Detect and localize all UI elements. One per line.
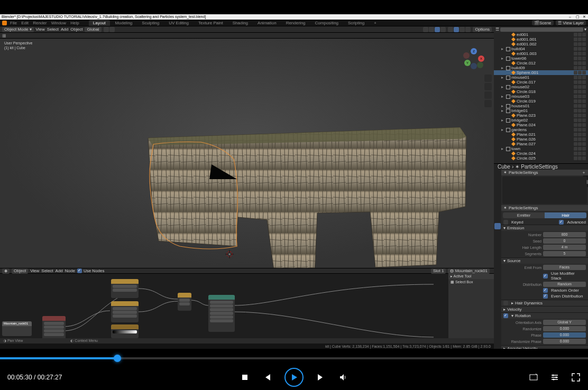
gizmo-y[interactable]: Y: [464, 60, 471, 66]
proptab-scene-icon[interactable]: [494, 193, 501, 200]
visibility-toggle-icon[interactable]: [582, 66, 586, 70]
velocity-title[interactable]: ▸ Velocity: [501, 307, 588, 312]
visibility-toggle-icon[interactable]: [582, 71, 586, 75]
visibility-toggle-icon[interactable]: [578, 80, 582, 84]
visibility-toggle-icon[interactable]: [582, 142, 586, 146]
visibility-toggle-icon[interactable]: [578, 142, 582, 146]
visibility-toggle-icon[interactable]: [582, 38, 586, 41]
visibility-toggle-icon[interactable]: [582, 90, 586, 94]
visibility-toggle-icon[interactable]: [574, 90, 577, 94]
outliner-row[interactable]: ▸mixuse03: [494, 94, 588, 99]
node-image-b[interactable]: [111, 301, 139, 322]
visibility-toggle-icon[interactable]: [574, 104, 577, 108]
3d-viewport[interactable]: User Perspective (1) kit | Cube: [0, 39, 494, 268]
stop-button[interactable]: [240, 373, 250, 382]
visibility-toggle-icon[interactable]: [582, 133, 586, 136]
visibility-toggle-icon[interactable]: [582, 147, 586, 151]
visibility-toggle-icon[interactable]: [578, 71, 582, 75]
datablock-object[interactable]: Cube: [498, 164, 510, 170]
outliner-row[interactable]: Plane.023: [494, 113, 588, 118]
xray-icon[interactable]: [440, 27, 446, 32]
visibility-toggle-icon[interactable]: [578, 61, 582, 65]
visibility-toggle-icon[interactable]: [578, 123, 582, 127]
orient-field[interactable]: Global Y: [543, 320, 586, 325]
solid-icon[interactable]: [454, 27, 459, 32]
visibility-toggle-icon[interactable]: [574, 85, 577, 89]
visibility-toggle-icon[interactable]: [582, 80, 586, 84]
ne-material-name[interactable]: ◍ Mountain_rock01: [448, 268, 490, 274]
gizmo-nz[interactable]: [471, 63, 477, 69]
outliner-row[interactable]: Plane.026: [494, 137, 588, 142]
particle-name-field[interactable]: ParticleSettings: [509, 170, 538, 175]
menu-render[interactable]: Render: [33, 21, 47, 25]
visibility-toggle-icon[interactable]: [582, 137, 586, 141]
evendist-checkbox[interactable]: [543, 294, 548, 299]
tab-shading[interactable]: Shading: [228, 20, 252, 26]
visibility-toggle-icon[interactable]: [578, 95, 582, 98]
proptab-output-icon[interactable]: [494, 179, 501, 185]
tab-texturepaint[interactable]: Texture Paint: [194, 20, 227, 26]
visibility-toggle-icon[interactable]: [578, 85, 582, 89]
gizmo-ny[interactable]: [477, 62, 483, 68]
play-button[interactable]: [284, 368, 304, 387]
visibility-toggle-icon[interactable]: [582, 109, 586, 113]
outliner-row[interactable]: ed001.001: [494, 37, 588, 42]
outliner-row[interactable]: ▸build04: [494, 47, 588, 51]
outliner-row[interactable]: ▸bridge01: [494, 108, 588, 113]
outliner-filter-icon[interactable]: ▾: [584, 27, 586, 32]
node-mix[interactable]: [178, 293, 191, 311]
proptab-physics-icon[interactable]: [494, 230, 501, 237]
outliner-row[interactable]: Circle.018: [494, 89, 588, 94]
tab-layout[interactable]: Layout: [89, 20, 110, 26]
visibility-toggle-icon[interactable]: [574, 128, 577, 132]
segments-field[interactable]: 5: [543, 251, 586, 256]
proptab-particles-icon[interactable]: [494, 223, 501, 229]
visibility-toggle-icon[interactable]: [574, 80, 577, 84]
visibility-toggle-icon[interactable]: [582, 99, 586, 103]
ne-mode[interactable]: Object: [12, 268, 28, 274]
proptab-viewlayer-icon[interactable]: [494, 186, 501, 192]
visibility-toggle-icon[interactable]: [578, 152, 582, 155]
gizmo-x[interactable]: X: [478, 55, 484, 62]
outliner[interactable]: ☰ ▾ ed001ed001.001ed001.002▸build04ed001…: [494, 26, 588, 164]
ne-menu-view[interactable]: View: [30, 268, 39, 273]
visibility-toggle-icon[interactable]: [578, 66, 582, 70]
gizmo-z[interactable]: Z: [471, 48, 477, 54]
visibility-toggle-icon[interactable]: [578, 47, 582, 51]
emitter-tab[interactable]: Emitter: [503, 212, 545, 218]
outliner-row[interactable]: ▸houses01: [494, 104, 588, 108]
rand-field[interactable]: 0.000: [543, 326, 586, 331]
visibility-toggle-icon[interactable]: [582, 104, 586, 108]
visibility-toggle-icon[interactable]: [578, 52, 582, 55]
emission-title[interactable]: ▾ Emission: [501, 225, 588, 231]
number-field[interactable]: 800: [543, 232, 586, 237]
hairlen-field[interactable]: 4 m: [543, 245, 586, 250]
hair-tab[interactable]: Hair: [545, 212, 586, 218]
orientation-dropdown[interactable]: Global: [85, 27, 101, 32]
move-view-icon[interactable]: [484, 83, 492, 90]
outliner-row[interactable]: Circle.024: [494, 151, 588, 156]
visibility-toggle-icon[interactable]: [578, 57, 582, 60]
visibility-toggle-icon[interactable]: [574, 137, 577, 141]
visibility-toggle-icon[interactable]: [582, 128, 586, 132]
outliner-row[interactable]: ▸bridge02: [494, 118, 588, 123]
visibility-toggle-icon[interactable]: [582, 85, 586, 89]
ne-menu-add[interactable]: Add: [56, 268, 63, 273]
visibility-toggle-icon[interactable]: [582, 47, 586, 51]
gizmo-nx[interactable]: [463, 52, 470, 59]
ne-editor-type[interactable]: ◈: [2, 268, 10, 274]
visibility-toggle-icon[interactable]: [582, 42, 586, 46]
visibility-toggle-icon[interactable]: [578, 137, 582, 141]
snap-icon[interactable]: [104, 27, 109, 32]
usemod-checkbox[interactable]: [543, 274, 548, 278]
visibility-toggle-icon[interactable]: [582, 61, 586, 65]
visibility-toggle-icon[interactable]: [574, 52, 577, 55]
visibility-toggle-icon[interactable]: [578, 38, 582, 41]
visibility-toggle-icon[interactable]: [574, 114, 577, 117]
vp-menu-select[interactable]: Select: [47, 27, 59, 32]
prev-button[interactable]: [262, 373, 272, 382]
minimize-button[interactable]: –: [569, 14, 573, 18]
visibility-toggle-icon[interactable]: [582, 152, 586, 155]
particle-type-toggle[interactable]: Emitter Hair: [503, 212, 586, 218]
visibility-toggle-icon[interactable]: [574, 156, 577, 160]
